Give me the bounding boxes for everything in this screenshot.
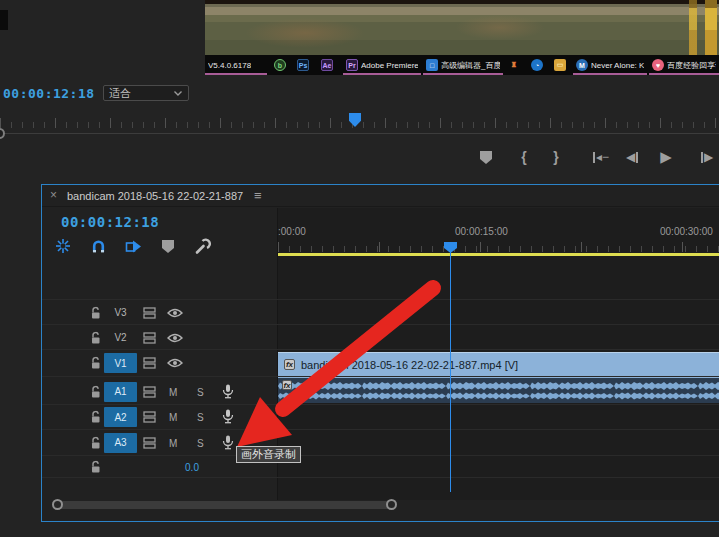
- step-back-button[interactable]: ◀: [621, 148, 643, 166]
- monitor-seek-handle[interactable]: [0, 128, 5, 139]
- track-header-v1: V1: [42, 350, 277, 376]
- close-tab-icon[interactable]: ×: [50, 188, 57, 202]
- version-label: V5.4.0.6178: [208, 61, 251, 70]
- track-output-eye-icon[interactable]: [167, 307, 183, 318]
- video-clip-label: bandicam 2018-05-16 22-02-21-887.mp4 [V]: [301, 359, 518, 371]
- linked-selection-button[interactable]: [123, 237, 143, 255]
- lock-open-icon[interactable]: [90, 460, 101, 473]
- lit-pillar: [705, 0, 717, 55]
- lock-open-icon[interactable]: [90, 436, 101, 449]
- work-area-bar[interactable]: [278, 253, 719, 256]
- step-forward-button[interactable]: ▶: [696, 148, 718, 166]
- timeline-add-marker-button[interactable]: [158, 237, 178, 255]
- lock-open-icon[interactable]: [90, 411, 101, 424]
- premiere-icon: Pr: [346, 59, 358, 71]
- taskbar-icon-aftereffects[interactable]: Ae: [318, 55, 336, 75]
- mute-button-a2[interactable]: M: [169, 412, 177, 423]
- video-clip-v1[interactable]: fx bandicam 2018-05-16 22-02-21-887.mp4 …: [278, 352, 719, 376]
- water-reflection: [455, 15, 545, 40]
- sync-lock-icon[interactable]: [143, 357, 157, 370]
- go-to-in-icon: [593, 152, 595, 163]
- lock-open-icon[interactable]: [90, 385, 101, 398]
- play-button[interactable]: ▶: [656, 148, 676, 166]
- lit-pillar: [689, 0, 697, 55]
- add-marker-button[interactable]: [478, 148, 494, 166]
- game-task-label: Never Alone: Ki E...: [591, 61, 644, 70]
- solo-button-a3[interactable]: S: [197, 437, 204, 448]
- baidu-task-label: 百度经验回享计划-...: [667, 60, 716, 71]
- track-name-v2[interactable]: V2: [104, 328, 137, 348]
- taskbar-item-version[interactable]: V5.4.0.6178: [205, 55, 267, 75]
- wrench-icon: [194, 238, 211, 255]
- voiceover-record-icon-hovered[interactable]: [222, 435, 234, 451]
- audio-clip-a1[interactable]: fx: [278, 377, 719, 403]
- lock-open-icon[interactable]: [90, 331, 101, 344]
- baidu-heart-icon: ♥: [652, 59, 664, 71]
- timeline-panel: × bandicam 2018-05-16 22-02-21-887 ≡ 00:…: [41, 184, 719, 522]
- sync-lock-icon[interactable]: [143, 306, 157, 319]
- audio-waveform: [278, 378, 719, 403]
- folder-icon: ▭: [554, 59, 566, 71]
- solo-button-a1[interactable]: S: [197, 386, 204, 397]
- mark-in-button[interactable]: {: [518, 148, 530, 166]
- taskbar-item-premiere[interactable]: Pr Adobe Premiere ...: [343, 55, 421, 75]
- taskbar-item-game[interactable]: M Never Alone: Ki E...: [573, 55, 647, 75]
- zoom-handle-left[interactable]: [52, 499, 63, 510]
- timeline-zoom-scrollbar[interactable]: [55, 501, 395, 509]
- mark-out-button[interactable]: }: [550, 148, 562, 166]
- row-divider: [42, 477, 719, 478]
- voiceover-record-icon[interactable]: [222, 409, 234, 425]
- master-audio-level[interactable]: 0.0: [172, 462, 212, 473]
- monitor-seek-bar[interactable]: [0, 133, 719, 134]
- track-header-a2: A2 M S: [42, 405, 277, 429]
- lock-open-icon[interactable]: [90, 306, 101, 319]
- zoom-handle-right[interactable]: [386, 499, 397, 510]
- track-name-a2[interactable]: A2: [104, 407, 137, 427]
- mute-button-a3[interactable]: M: [169, 437, 177, 448]
- voiceover-record-tooltip: 画外音录制: [236, 446, 301, 463]
- voiceover-record-icon[interactable]: [222, 384, 234, 400]
- taskbar-icon-blue-circle[interactable]: ◔: [528, 55, 546, 75]
- photoshop-icon: Ps: [297, 59, 309, 71]
- track-name-a1[interactable]: A1: [104, 382, 137, 402]
- track-output-eye-icon[interactable]: [167, 358, 183, 369]
- sync-lock-icon[interactable]: [143, 436, 157, 449]
- taskbar-icon-photoshop[interactable]: Ps: [294, 55, 312, 75]
- sync-lock-icon[interactable]: [143, 411, 157, 424]
- track-name-a3[interactable]: A3: [104, 433, 137, 453]
- ruler-label-30: 00:00:30:00: [660, 226, 713, 237]
- timeline-timecode[interactable]: 00:00:12:18: [61, 214, 159, 230]
- taskbar-icon-folder[interactable]: ▭: [551, 55, 569, 75]
- premiere-pro-screen: { "taskbar": { "version_label": "V5.4.0.…: [0, 0, 719, 537]
- sequence-tab-title[interactable]: bandicam 2018-05-16 22-02-21-887: [67, 190, 243, 202]
- taskbar-item-baidu[interactable]: ♥ 百度经验回享计划-...: [649, 55, 719, 75]
- go-to-in-button[interactable]: ◂−: [589, 148, 613, 166]
- taskbar-item-browser[interactable]: □ 高级编辑器_百度经...: [423, 55, 503, 75]
- green-app-icon: b: [274, 59, 286, 71]
- track-name-v3[interactable]: V3: [104, 303, 137, 323]
- game-icon: M: [576, 59, 588, 71]
- taskbar-icon-app[interactable]: b: [271, 55, 289, 75]
- track-name-v1[interactable]: V1: [104, 353, 137, 373]
- program-monitor-controls: 00:00:12:18 适合 { } ◂− ◀ ▶ ▶: [0, 75, 719, 180]
- mute-button-a1[interactable]: M: [169, 386, 177, 397]
- pointer-icon: ♜: [508, 59, 520, 71]
- solo-button-a2[interactable]: S: [197, 412, 204, 423]
- water-reflection: [245, 18, 365, 48]
- snap-toggle-button[interactable]: [88, 237, 108, 255]
- play-icon: ▶: [660, 148, 672, 166]
- sync-lock-icon[interactable]: [143, 331, 157, 344]
- lock-open-icon[interactable]: [90, 357, 101, 370]
- panel-menu-icon[interactable]: ≡: [254, 188, 262, 203]
- track-header-v3: V3: [42, 300, 277, 325]
- track-output-eye-icon[interactable]: [167, 332, 183, 343]
- timeline-ruler[interactable]: [278, 242, 719, 252]
- taskbar-icon-pointer[interactable]: ♜: [505, 55, 523, 75]
- timeline-settings-button[interactable]: [192, 237, 212, 255]
- sync-lock-icon[interactable]: [143, 385, 157, 398]
- ruler-label-15: 00:00:15:00: [455, 226, 508, 237]
- nest-toggle-button[interactable]: [53, 237, 73, 255]
- fx-badge-icon: fx: [284, 359, 295, 370]
- step-back-bar: [636, 152, 638, 163]
- zoom-level-select[interactable]: 适合: [103, 85, 189, 101]
